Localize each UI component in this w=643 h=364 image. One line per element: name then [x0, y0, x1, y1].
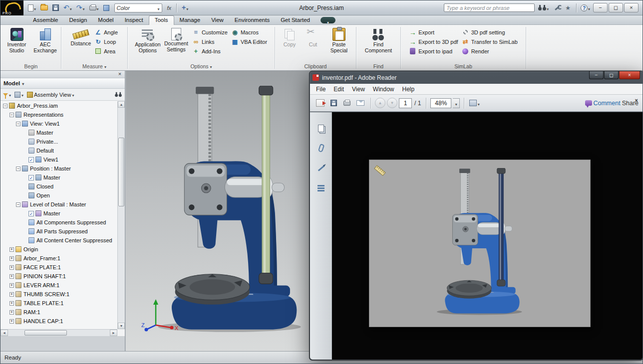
transfer-simlab-button[interactable]: Transfer to SimLab: [461, 38, 519, 45]
page-display-button[interactable]: [468, 97, 480, 110]
menu-edit[interactable]: Edit: [329, 85, 348, 94]
expand-toggle[interactable]: [9, 319, 14, 324]
tree-item[interactable]: Master: [0, 128, 117, 137]
vba-editor-button[interactable]: VBA Editor: [230, 38, 268, 45]
search-button[interactable]: [537, 2, 550, 13]
export-3d-pdf-button[interactable]: Export to 3D pdf: [408, 38, 459, 45]
expand-toggle[interactable]: [9, 292, 14, 297]
tab-model[interactable]: Model: [92, 16, 119, 24]
reader-print-button[interactable]: [341, 97, 353, 110]
tree-item[interactable]: Level of Detail : Master: [0, 200, 117, 209]
zoom-dropdown-button[interactable]: [453, 98, 460, 108]
collapse-toggle[interactable]: [9, 113, 14, 117]
scroll-thumb[interactable]: [118, 138, 124, 206]
tree-item[interactable]: Master: [0, 209, 117, 218]
render-button[interactable]: Render: [461, 47, 519, 55]
tree-item[interactable]: LEVER ARM:1: [0, 281, 117, 290]
menu-help[interactable]: Help: [398, 85, 419, 94]
expand-toggle[interactable]: [9, 310, 14, 315]
menu-window[interactable]: Window: [369, 85, 398, 94]
comment-button[interactable]: Comment: [585, 97, 620, 110]
menu-view[interactable]: View: [348, 85, 369, 94]
browser-vertical-scrollbar[interactable]: [117, 101, 125, 329]
tools-button[interactable]: [552, 3, 562, 12]
inventor-studio-button[interactable]: Inventor Studio: [3, 26, 30, 54]
scroll-thumb[interactable]: [24, 330, 67, 336]
inventor-logo[interactable]: PRO: [0, 0, 23, 15]
customize-button[interactable]: Customize: [191, 28, 229, 36]
previous-page-button[interactable]: [375, 98, 385, 108]
application-options-button[interactable]: Application Options: [134, 26, 161, 54]
tab-manage[interactable]: Manage: [174, 16, 206, 24]
tab-view[interactable]: View: [206, 16, 229, 24]
tree-item[interactable]: Arbor_Frame:1: [0, 254, 117, 263]
attachments-button[interactable]: [310, 140, 332, 156]
cut-button[interactable]: Cut: [302, 26, 324, 48]
save-button[interactable]: [51, 3, 60, 12]
expand-toggle[interactable]: [9, 256, 14, 261]
maximize-button[interactable]: [609, 3, 623, 12]
iproperties-button[interactable]: [102, 4, 111, 12]
pdf-page[interactable]: [369, 160, 590, 327]
collapse-toggle[interactable]: [16, 202, 20, 207]
distance-button[interactable]: Distance: [70, 26, 92, 47]
collapse-toggle[interactable]: [16, 167, 20, 171]
tab-tools[interactable]: Tools: [149, 15, 174, 25]
angle-button[interactable]: Angle: [93, 28, 119, 36]
document-settings-button[interactable]: Document Settings: [163, 26, 190, 53]
scroll-right-button[interactable]: [110, 330, 117, 336]
find-component-button[interactable]: Find Component: [365, 26, 392, 54]
tree-item[interactable]: Private...: [0, 137, 117, 146]
tree-item[interactable]: THUMB SCREW:1: [0, 290, 117, 299]
tree-item[interactable]: HANDLE CAP:1: [0, 317, 117, 326]
signature-button[interactable]: [310, 160, 332, 176]
tree-options-button[interactable]: [14, 92, 23, 98]
tab-get-started[interactable]: Get Started: [275, 16, 316, 24]
browser-horizontal-scrollbar[interactable]: [0, 329, 117, 336]
reader-email-button[interactable]: [354, 97, 366, 110]
expand-toggle[interactable]: [9, 265, 14, 270]
tab-design[interactable]: Design: [64, 16, 93, 24]
print-button[interactable]: [88, 2, 100, 13]
page-thumbnails-button[interactable]: [310, 120, 332, 136]
close-button[interactable]: [624, 3, 639, 12]
tree-item[interactable]: Default: [0, 146, 117, 155]
tree-item[interactable]: PINION SHAFT:1: [0, 272, 117, 281]
page-number-input[interactable]: 1: [399, 98, 412, 108]
tree-item[interactable]: All Components Suppressed: [0, 218, 117, 227]
expand-toggle[interactable]: [9, 274, 14, 279]
tree-item[interactable]: TABLE PLATE:1: [0, 299, 117, 308]
scroll-track[interactable]: [8, 330, 110, 336]
reader-titlebar[interactable]: inventor.pdf - Adobe Reader − ◻ ×: [310, 71, 643, 84]
favorites-button[interactable]: [564, 3, 572, 12]
tree-item[interactable]: View: View1: [0, 119, 117, 128]
tree-item[interactable]: Position : Master: [0, 164, 117, 173]
export-button[interactable]: Export: [408, 28, 459, 36]
collapse-toggle[interactable]: [3, 104, 7, 108]
tree-item[interactable]: Closed: [0, 182, 117, 191]
tree-item[interactable]: RAM:1: [0, 308, 117, 317]
expand-toggle[interactable]: [9, 247, 14, 252]
scroll-down-button[interactable]: [118, 323, 125, 329]
export-ipad-button[interactable]: Export to ipad: [408, 47, 459, 55]
tree-item[interactable]: Representations: [0, 110, 117, 119]
minimize-button[interactable]: [593, 3, 608, 12]
scroll-track[interactable]: [118, 108, 125, 323]
expand-toggle[interactable]: [9, 283, 14, 288]
reader-minimize-button[interactable]: −: [589, 71, 604, 79]
tree-item[interactable]: Arbor_Press.iam: [0, 101, 117, 110]
help-button[interactable]: ?: [581, 3, 590, 12]
reader-close-button[interactable]: ×: [619, 71, 640, 79]
tree-item[interactable]: FACE PLATE:1: [0, 263, 117, 272]
links-button[interactable]: Links: [191, 38, 229, 45]
aec-exchange-button[interactable]: AEC Exchange: [32, 26, 59, 54]
add-ins-button[interactable]: Add-Ins: [191, 47, 229, 55]
parameters-fx-button[interactable]: [166, 3, 173, 12]
search-input[interactable]: [444, 3, 535, 12]
redo-button[interactable]: [75, 2, 86, 13]
tree-item[interactable]: View1: [0, 155, 117, 164]
reader-open-button[interactable]: [314, 97, 326, 110]
area-button[interactable]: Area: [93, 47, 119, 55]
macros-button[interactable]: Macros: [230, 28, 268, 36]
menu-file[interactable]: File: [312, 85, 329, 94]
